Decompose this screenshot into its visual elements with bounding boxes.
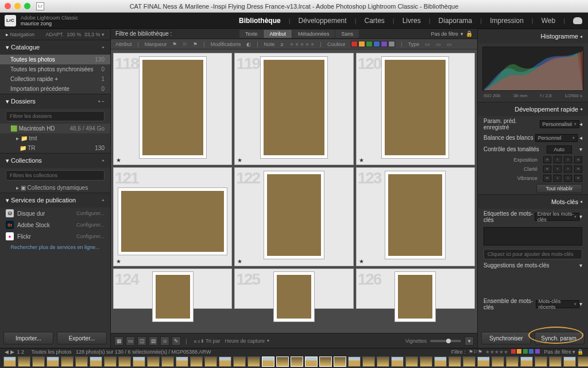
catalogue-all-photos[interactable]: Toutes les photos130 <box>0 55 110 64</box>
reset-all-button[interactable]: Tout rétablir <box>536 184 582 193</box>
filmstrip-thumb[interactable] <box>492 356 504 367</box>
filmstrip-thumb[interactable] <box>391 356 404 367</box>
folder-tmt[interactable]: ▸ 📁 tmt <box>0 133 110 143</box>
filmstrip-thumb[interactable] <box>276 356 289 367</box>
thumb-size-slider[interactable] <box>430 340 461 342</box>
filmstrip-thumb[interactable] <box>549 356 562 367</box>
star-icon[interactable]: ★ <box>310 41 315 47</box>
filmstrip-thumb[interactable] <box>535 356 547 367</box>
filmstrip-thumb[interactable] <box>578 356 588 367</box>
grid-cell[interactable]: 123★ <box>356 167 475 266</box>
preset-select[interactable]: Personnalisé▾ <box>540 120 579 128</box>
grid-cell[interactable]: 122★ <box>234 167 353 266</box>
filmstrip-thumb[interactable] <box>75 356 88 367</box>
pick-flag-icon[interactable]: ★ <box>116 157 121 163</box>
sort-value[interactable]: Heure de capture <box>225 338 265 344</box>
grid-cell[interactable]: 126 <box>356 269 475 309</box>
rating-op[interactable]: ≥ <box>281 41 284 47</box>
filmstrip-thumb[interactable] <box>420 356 432 367</box>
type-master-icon[interactable]: ▭ <box>425 41 430 47</box>
filmstrip-thumb[interactable] <box>147 356 160 367</box>
find-more-services[interactable]: Rechercher plus de services en ligne... <box>0 242 110 252</box>
filmstrip-thumb[interactable] <box>448 356 461 367</box>
lock-icon[interactable]: 🔒 <box>466 30 473 37</box>
pick-flag-icon[interactable]: ★ <box>237 258 242 264</box>
color-label-swatch[interactable] <box>351 41 358 47</box>
histogram-display[interactable] <box>482 47 583 91</box>
pick-flag-icon[interactable]: ★ <box>116 258 121 264</box>
rating-stars[interactable]: ★★★★★ <box>289 41 315 47</box>
star-icon[interactable]: ★ <box>289 41 294 47</box>
filter-tab-metadata[interactable]: Métadonnées <box>292 30 335 38</box>
color-label-swatch[interactable] <box>358 41 365 47</box>
filmstrip-thumb[interactable] <box>161 356 174 367</box>
pick-flag-icon[interactable]: ★ <box>359 258 364 264</box>
people-view-icon[interactable]: ☺ <box>160 336 169 346</box>
filmstrip-thumb[interactable] <box>334 356 346 367</box>
filmstrip-thumb[interactable] <box>463 356 475 367</box>
grid-view[interactable]: 118★ 119★ 120★ 121★ 122★ 123★ 124 125 12… <box>111 49 477 333</box>
flag-pick-icon[interactable]: ⚑ <box>172 41 177 47</box>
grid-cell[interactable]: 119★ <box>234 53 353 165</box>
star-icon[interactable]: ★ <box>295 41 299 47</box>
fs-color-swatch[interactable] <box>511 349 516 354</box>
collections-filter-input[interactable] <box>6 170 105 181</box>
star-icon[interactable]: ★ <box>305 41 310 47</box>
grid-cell[interactable]: 120★ <box>356 53 475 165</box>
filmstrip-thumb[interactable] <box>61 356 74 367</box>
compare-view-icon[interactable]: ◫ <box>137 336 146 346</box>
filmstrip-thumb[interactable] <box>405 356 418 367</box>
filmstrip-thumb[interactable] <box>233 356 246 367</box>
smart-collections[interactable]: ▸ ▣ Collections dynamiques <box>0 183 110 193</box>
zoom-icon[interactable] <box>24 3 30 9</box>
wb-select[interactable]: Personnel▾ <box>535 134 578 142</box>
thumbnail[interactable] <box>118 188 227 255</box>
painter-icon[interactable]: ✎ <box>172 336 181 346</box>
filmstrip-thumb[interactable] <box>190 356 203 367</box>
filmstrip-thumb[interactable] <box>133 356 145 367</box>
grid-view-icon[interactable]: ▦ <box>114 336 123 346</box>
pick-flag-icon[interactable]: ★ <box>237 157 242 163</box>
fs-secondary-2[interactable]: 2 <box>21 349 24 355</box>
color-labels[interactable] <box>351 41 395 47</box>
fs-flag-icon[interactable]: ⚑ <box>469 349 473 355</box>
filmstrip-thumb[interactable] <box>47 356 59 367</box>
toolbar-menu-icon[interactable]: ▾ <box>465 336 474 346</box>
quickdev-header[interactable]: Développement rapide ◂ <box>478 102 588 116</box>
module-develop[interactable]: Développement <box>299 17 347 25</box>
fs-nofilter[interactable]: Pas de filtre <box>544 349 571 355</box>
filter-preset[interactable]: Pas de filtre <box>431 31 458 37</box>
fs-color-swatch[interactable] <box>535 349 540 354</box>
keyword-box[interactable] <box>483 227 582 246</box>
filmstrip-thumb[interactable] <box>32 356 45 367</box>
star-icon[interactable]: ★ <box>300 41 304 47</box>
fs-nav-fwd[interactable]: ▶ <box>10 349 14 355</box>
folders-filter-input[interactable] <box>6 111 105 121</box>
collections-header[interactable]: ▾ Collections+ <box>0 153 110 168</box>
fs-star-icon[interactable]: ★★★★★ <box>485 349 508 355</box>
close-icon[interactable] <box>5 3 11 9</box>
dossiers-header[interactable]: ▾ Dossiers+ − <box>0 94 110 109</box>
fs-flag-icon[interactable]: ⚑ <box>478 349 482 355</box>
navigator-header[interactable]: ▸ Navigation ADAPT. 100 % 33,3 % ▾ <box>0 29 110 40</box>
module-book[interactable]: Livres <box>403 17 421 25</box>
filmstrip-thumbs[interactable] <box>0 355 588 368</box>
keyword-add-input[interactable] <box>483 249 582 259</box>
filmstrip-thumb[interactable] <box>176 356 188 367</box>
thumbnail[interactable] <box>153 272 193 321</box>
filmstrip-thumb[interactable] <box>262 356 274 367</box>
sync-button[interactable]: Synchroniser <box>481 332 531 344</box>
fs-source[interactable]: Toutes les photos <box>31 349 71 355</box>
filmstrip-thumb[interactable] <box>377 356 389 367</box>
minimize-icon[interactable] <box>14 3 21 9</box>
color-label-swatch[interactable] <box>366 41 373 47</box>
type-virtual-icon[interactable]: ▭ <box>436 41 441 47</box>
filmstrip-thumb[interactable] <box>348 356 361 367</box>
flag-unflag-icon[interactable]: ⚐ <box>183 41 187 47</box>
grid-cell[interactable]: 125 <box>234 269 353 309</box>
filter-tab-none[interactable]: Sans <box>335 30 359 38</box>
filmstrip-thumb[interactable] <box>506 356 519 367</box>
filmstrip-thumb[interactable] <box>90 356 102 367</box>
loupe-view-icon[interactable]: ▭ <box>126 336 135 346</box>
keywords-header[interactable]: Mots-clés ◂ <box>478 194 588 209</box>
